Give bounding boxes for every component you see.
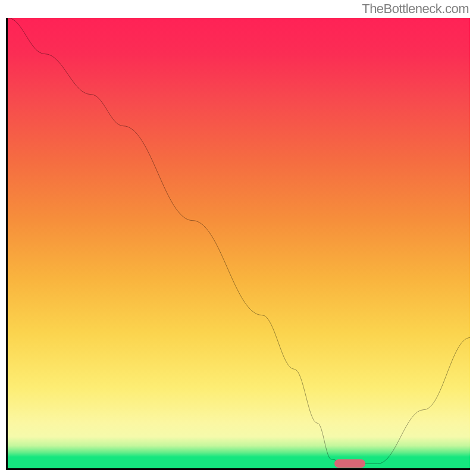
watermark-text: TheBottleneck.com (362, 1, 469, 17)
bottleneck-chart (6, 18, 470, 470)
optimal-marker (334, 459, 365, 468)
chart-curve (8, 18, 470, 468)
